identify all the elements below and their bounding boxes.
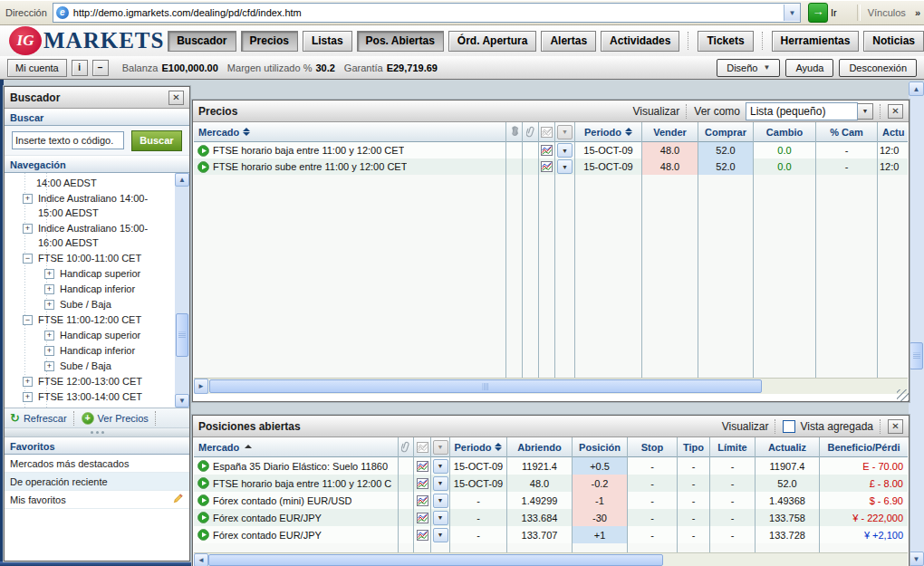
tree-item-label[interactable]: Sube / Baja: [60, 297, 111, 312]
scrollbar-thumb[interactable]: [176, 313, 188, 357]
close-icon[interactable]: ✕: [888, 104, 903, 119]
cell-chart[interactable]: [414, 475, 430, 492]
cell-beneficio[interactable]: $ - 6.90: [820, 492, 908, 509]
chevron-down-icon[interactable]: ▼: [858, 103, 873, 120]
column-header-mercado[interactable]: Mercado: [194, 437, 398, 457]
cell-chart[interactable]: [414, 526, 430, 543]
chart-icon[interactable]: [417, 530, 428, 541]
tree-item[interactable]: +Handicap inferior: [5, 342, 166, 358]
cell-actualiz[interactable]: 133.728: [756, 526, 819, 543]
column-header-beneficio[interactable]: Beneficio/Pérdi: [820, 437, 908, 457]
scroll-left-icon[interactable]: ◄: [194, 553, 208, 566]
close-icon[interactable]: ✕: [888, 419, 903, 434]
cell-chart[interactable]: [414, 509, 430, 526]
cell-abriendo[interactable]: 11921.4: [507, 457, 572, 475]
tree-item-label[interactable]: FTSE 12:00-13:00 CET: [38, 374, 142, 389]
favorites-item[interactable]: Mercados más destacados: [5, 455, 189, 473]
tree-item-label[interactable]: Handicap superior: [60, 328, 140, 342]
cell-beneficio[interactable]: E - 70.00: [820, 457, 908, 475]
chart-icon[interactable]: [417, 478, 428, 489]
cell-clip[interactable]: [399, 475, 413, 492]
cell-clip[interactable]: [399, 526, 413, 543]
cell-vender[interactable]: 48.0: [642, 142, 698, 158]
scrollbar-thumb[interactable]: [910, 342, 923, 369]
expand-icon[interactable]: +: [44, 331, 54, 341]
tree-item[interactable]: 14:00 AEDST: [5, 175, 166, 190]
play-icon[interactable]: [197, 494, 209, 506]
posiciones-horizontal-scrollbar[interactable]: ◄: [194, 552, 908, 566]
tree-item-label[interactable]: Indice Australiano 14:00-15:00 AEDST: [38, 191, 166, 220]
visualizar-link[interactable]: Visualizar: [722, 420, 769, 433]
more-toolbars-icon[interactable]: »: [915, 7, 920, 18]
cell-dd[interactable]: ▼: [431, 526, 449, 543]
collapse-icon[interactable]: −: [23, 254, 33, 264]
close-icon[interactable]: ✕: [168, 91, 184, 105]
cell-mercado[interactable]: Fórex contado EUR/JPY: [194, 526, 398, 543]
view-mode-select[interactable]: Lista (pequeño) ▼: [746, 102, 873, 120]
column-header-limite[interactable]: Límite: [710, 437, 755, 457]
cell-pct[interactable]: -: [816, 158, 877, 175]
cell-stop[interactable]: -: [628, 475, 677, 492]
tree-item-label[interactable]: Handicap inferior: [60, 343, 135, 358]
nav-button-actividades[interactable]: Actividades: [601, 31, 679, 52]
cell-mercado[interactable]: FTSE horario sube entre 11:00 y 12:00 CE…: [194, 158, 505, 175]
info-button[interactable]: i: [72, 60, 88, 76]
column-header-pct[interactable]: % Cam: [816, 122, 877, 142]
favorites-item-label[interactable]: Mercados más destacados: [10, 458, 129, 469]
address-url[interactable]: http://demo.igmarkets.com/dealing/pd/cfd…: [73, 7, 784, 18]
cell-chart[interactable]: [539, 142, 554, 158]
tree-item-label[interactable]: Handicap superior: [60, 266, 140, 281]
cell-comprar[interactable]: 52.0: [698, 142, 753, 158]
resize-grip[interactable]: [897, 389, 909, 401]
chart-icon[interactable]: [417, 495, 428, 506]
tree-item-label[interactable]: FTSE 10:00-11:00 CET: [38, 251, 141, 265]
cell-posicion[interactable]: -0.2: [573, 475, 627, 492]
cell-pct[interactable]: -: [816, 142, 877, 158]
column-header-periodo[interactable]: Periodo: [450, 437, 506, 457]
cell-periodo[interactable]: 15-OCT-09: [450, 457, 506, 475]
tree-scrollbar[interactable]: ▲ ▼: [175, 173, 189, 408]
browser-vertical-scrollbar[interactable]: ▲ ▼: [909, 82, 924, 566]
column-header-comprar[interactable]: Comprar: [698, 122, 753, 142]
tree-item[interactable]: +FTSE 12:00-13:00 CET: [5, 373, 166, 389]
expand-icon[interactable]: +: [23, 392, 33, 402]
play-icon[interactable]: [197, 161, 209, 173]
ver-precios-link[interactable]: Ver Precios: [98, 413, 149, 424]
tree-item[interactable]: +Sube / Baja: [5, 296, 166, 312]
cell-limite[interactable]: -: [710, 475, 755, 492]
cell-dd[interactable]: ▼: [431, 509, 449, 526]
market-name[interactable]: Fórex contado (mini) EUR/USD: [213, 495, 351, 506]
favorites-item-label[interactable]: De operación reciente: [10, 476, 108, 487]
cell-actualiz[interactable]: 133.758: [756, 509, 819, 526]
cell-comprar[interactable]: 52.0: [698, 158, 753, 175]
expand-icon[interactable]: +: [44, 361, 54, 371]
cell-posicion[interactable]: +1: [573, 526, 627, 543]
row-menu-button[interactable]: ▼: [433, 528, 448, 542]
column-header-abriendo[interactable]: Abriendo: [507, 437, 572, 457]
column-header-mercado[interactable]: Mercado: [194, 122, 505, 142]
ayuda-button[interactable]: Ayuda: [785, 59, 833, 77]
column-header-actualiz[interactable]: Actualiz: [756, 437, 819, 457]
cell-dd[interactable]: ▼: [431, 492, 449, 509]
cell-beneficio[interactable]: ¥ +2,100: [820, 526, 908, 543]
nav-button-buscador[interactable]: Buscador: [168, 31, 236, 52]
play-icon[interactable]: [197, 512, 209, 523]
scroll-down-icon[interactable]: ▼: [909, 552, 924, 566]
cell-clip[interactable]: [523, 142, 538, 158]
collapse-button[interactable]: −: [92, 60, 109, 76]
tree-item-label[interactable]: FTSE 11:00-12:00 CET: [38, 312, 141, 327]
diseno-button[interactable]: Diseño▼: [717, 59, 780, 77]
chart-icon[interactable]: [417, 461, 428, 472]
expand-icon[interactable]: +: [23, 194, 33, 204]
cell-dd[interactable]: ▼: [555, 158, 574, 175]
tree-item[interactable]: +Indice Australiano 14:00-15:00 AEDST: [5, 190, 166, 220]
cell-deal[interactable]: [506, 142, 522, 158]
vista-agregada-checkbox[interactable]: [783, 420, 795, 433]
market-name[interactable]: Fórex contado EUR/JPY: [213, 513, 322, 523]
scroll-down-icon[interactable]: ▼: [175, 394, 189, 408]
address-dropdown-icon[interactable]: ▼: [784, 5, 800, 21]
go-button[interactable]: →: [808, 3, 828, 23]
column-header-clip[interactable]: [399, 437, 413, 457]
column-header-stop[interactable]: Stop: [628, 437, 677, 457]
cell-chart[interactable]: [414, 457, 430, 475]
